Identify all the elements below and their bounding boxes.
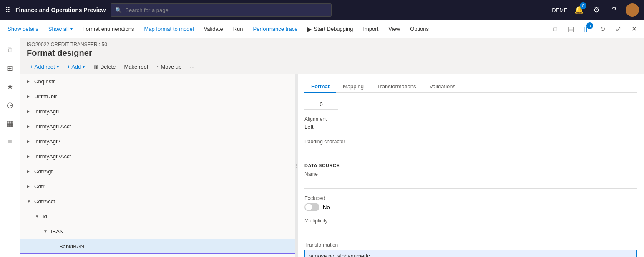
notification-bell-icon[interactable]: 🔔 0	[573, 4, 585, 16]
badge-count: 0	[586, 22, 593, 29]
excluded-toggle[interactable]	[304, 203, 319, 211]
notification-count: 0	[580, 2, 586, 9]
multiplicity-number-input[interactable]	[304, 100, 338, 110]
tree-item-chqinstr[interactable]: ▶ ChqInstr	[20, 74, 295, 89]
tree-chevron-ultmtdbtr: ▶	[27, 94, 32, 99]
secondary-toolbar: Show details Show all ▾ Format enumerati…	[0, 20, 644, 38]
alignment-field: Alignment Left	[304, 116, 637, 132]
tab-validations[interactable]: Validations	[423, 81, 462, 93]
padding-label: Padding character	[304, 139, 637, 145]
tree-chevron-intrmyagt1acct: ▶	[27, 124, 32, 129]
format-enumerations-button[interactable]: Format enumerations	[78, 23, 138, 35]
tree-item-cdtr[interactable]: ▶ Cdtr	[20, 179, 295, 194]
tree-chevron-cdtragt: ▶	[27, 169, 32, 174]
tree-panel: ▶ ChqInstr ▶ UltmtDbtr ▶ IntrmyAgt1 ▶ In…	[20, 74, 295, 257]
tree-chevron-intrmyagt2: ▶	[27, 139, 32, 144]
name-input[interactable]	[304, 179, 637, 189]
name-label: Name	[304, 171, 637, 177]
make-root-button[interactable]: Make root	[121, 62, 151, 72]
tab-mapping[interactable]: Mapping	[336, 81, 370, 93]
tree-item-intrmyagt1acct[interactable]: ▶ IntrmyAgt1Acct	[20, 119, 295, 134]
search-icon: 🔍	[115, 7, 122, 13]
tab-transformations[interactable]: Transformations	[370, 81, 423, 93]
alignment-value[interactable]: Left	[304, 124, 637, 132]
tree-item-othr[interactable]: ▶ Othr	[20, 254, 295, 257]
recent-icon[interactable]: ◷	[2, 97, 18, 113]
delete-button[interactable]: 🗑 Delete	[90, 62, 119, 72]
hamburger-menu-icon[interactable]: ⠿	[5, 5, 10, 15]
move-up-button[interactable]: ↑ Move up	[153, 62, 185, 72]
breadcrumb: ISO20022 CREDIT TRANSFER : 50	[27, 42, 637, 47]
alignment-label: Alignment	[304, 116, 637, 122]
excluded-label: Excluded	[304, 195, 637, 201]
tree-item-intrmyagt1[interactable]: ▶ IntrmyAgt1	[20, 104, 295, 119]
tree-chevron-cdtr: ▶	[27, 184, 32, 189]
multiplicity-input[interactable]	[304, 225, 637, 235]
tree-item-id[interactable]: ▼ Id	[20, 209, 295, 224]
tree-chevron-id: ▼	[35, 214, 40, 219]
avatar[interactable]	[626, 3, 639, 17]
import-button[interactable]: Import	[359, 23, 382, 35]
favorites-icon[interactable]: ★	[2, 78, 18, 95]
excluded-value: No	[323, 204, 330, 210]
options-button[interactable]: Options	[406, 23, 433, 35]
action-bar: + Add root ▾ + Add ▾ 🗑 Delete Make root …	[20, 60, 644, 74]
tree-item-bankiban[interactable]: BankIBAN	[20, 239, 295, 254]
multiplicity-number-field	[304, 100, 637, 110]
layout-icon[interactable]: ▤	[564, 22, 577, 36]
multiplicity-label: Multiplicity	[304, 218, 637, 224]
performance-trace-button[interactable]: Performance trace	[249, 23, 302, 35]
home-icon[interactable]: ⊞	[2, 60, 18, 77]
padding-input[interactable]	[304, 146, 637, 156]
add-button[interactable]: + Add ▾	[64, 62, 88, 72]
filter-sidebar-icon[interactable]: ⧉	[2, 42, 18, 58]
tree-item-ultmtdbtr[interactable]: ▶ UltmtDbtr	[20, 89, 295, 104]
top-nav-right: DEMF 🔔 0 ⚙ ?	[552, 3, 639, 17]
excluded-field: Excluded No	[304, 195, 637, 211]
add-root-button[interactable]: + Add root ▾	[27, 62, 62, 72]
close-icon[interactable]: ✕	[627, 22, 641, 36]
side-navigation: ⧉ ⊞ ★ ◷ ▦ ≡	[0, 38, 20, 257]
map-format-to-model-button[interactable]: Map format to model	[140, 23, 198, 35]
help-question-icon[interactable]: ?	[608, 4, 620, 16]
tree-item-intrmyagt2[interactable]: ▶ IntrmyAgt2	[20, 134, 295, 149]
top-navigation: ⠿ Finance and Operations Preview 🔍 Searc…	[0, 0, 644, 20]
padding-field: Padding character	[304, 139, 637, 156]
tree-item-intrmyagt2acct[interactable]: ▶ IntrmyAgt2Acct	[20, 149, 295, 164]
filter-icon[interactable]: ⧉	[548, 22, 561, 36]
expand-icon[interactable]: ⤢	[611, 22, 625, 36]
validate-button[interactable]: Validate	[200, 23, 227, 35]
tree-item-iban[interactable]: ▼ IBAN	[20, 224, 295, 239]
tree-item-cdtracct[interactable]: ▼ CdtrAcct	[20, 194, 295, 209]
modules-icon[interactable]: ≡	[2, 133, 18, 150]
multiplicity-field: Multiplicity	[304, 218, 637, 235]
app-title: Finance and Operations Preview	[15, 7, 106, 13]
datasource-section-label: DATA SOURCE	[304, 163, 637, 168]
name-field: Name	[304, 171, 637, 189]
show-all-button[interactable]: Show all ▾	[44, 23, 77, 35]
badge-icon[interactable]: ◫ 0	[580, 22, 593, 36]
transformation-field: Transformation	[304, 242, 637, 257]
underline-decorator	[20, 253, 295, 254]
refresh-icon[interactable]: ↻	[596, 22, 609, 36]
tree-chevron-iban: ▼	[43, 229, 48, 234]
content-area: ISO20022 CREDIT TRANSFER : 50 Format des…	[20, 38, 644, 257]
page-header: ISO20022 CREDIT TRANSFER : 50 Format des…	[20, 38, 644, 60]
tree-chevron-intrmyagt2acct: ▶	[27, 154, 32, 159]
workspaces-icon[interactable]: ▦	[2, 115, 18, 132]
tree-chevron-chqinstr: ▶	[27, 79, 32, 84]
run-button[interactable]: Run	[229, 23, 247, 35]
props-tabs: Format Mapping Transformations Validatio…	[304, 81, 637, 93]
transformation-input[interactable]	[304, 250, 637, 257]
start-debugging-button[interactable]: ▶ Start Debugging	[303, 23, 357, 35]
transformation-label: Transformation	[304, 242, 637, 248]
tree-item-cdtragt[interactable]: ▶ CdtrAgt	[20, 164, 295, 179]
properties-panel: Format Mapping Transformations Validatio…	[298, 74, 644, 257]
tab-format[interactable]: Format	[304, 81, 336, 93]
more-button[interactable]: ···	[186, 62, 198, 72]
search-bar[interactable]: 🔍 Search for a page	[111, 3, 332, 17]
view-button[interactable]: View	[384, 23, 404, 35]
toolbar-right-icons: ⧉ ▤ ◫ 0 ↻ ⤢ ✕	[548, 22, 641, 36]
show-details-button[interactable]: Show details	[3, 23, 43, 35]
settings-gear-icon[interactable]: ⚙	[591, 4, 602, 16]
